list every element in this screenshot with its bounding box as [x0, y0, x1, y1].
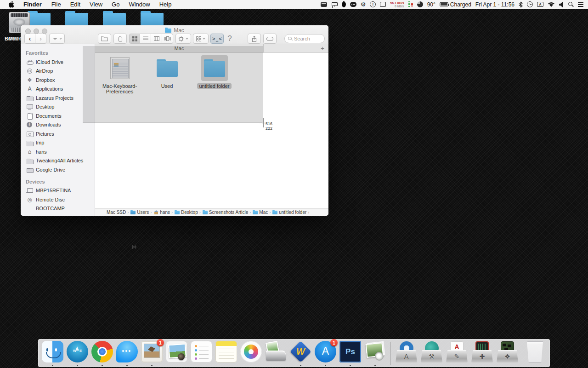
spotlight-icon[interactable] — [568, 1, 574, 7]
view-icons-button[interactable] — [129, 34, 140, 44]
dock-stack[interactable]: ✚ — [471, 339, 493, 367]
sidebar-item[interactable]: MBP15RETINA — [21, 186, 95, 196]
apple-menu[interactable] — [5, 1, 18, 8]
delete-button[interactable] — [113, 34, 127, 44]
path-segment[interactable]: hans › — [153, 210, 173, 215]
window-title: Mac — [21, 27, 328, 34]
dock-app[interactable] — [116, 339, 138, 367]
path-segment[interactable]: untitled folder › — [272, 210, 309, 215]
tags-button[interactable] — [263, 34, 277, 44]
dock-app[interactable]: 1 — [141, 339, 163, 367]
folder-proxy-icon[interactable] — [165, 28, 171, 33]
chat-menu-icon[interactable] — [350, 2, 356, 7]
sidebar-item[interactable]: Lazarus Projects — [21, 93, 95, 103]
action-menu-button[interactable] — [175, 34, 191, 44]
wallet-menu-icon[interactable] — [321, 2, 327, 7]
dock-stack[interactable]: A — [396, 339, 417, 367]
dock-app[interactable] — [166, 339, 187, 367]
dock-app[interactable] — [215, 339, 237, 367]
view-coverflow-button[interactable] — [162, 34, 173, 44]
sidebar-item-icon — [26, 157, 33, 164]
battery-indicator[interactable]: Charged — [440, 1, 471, 8]
bluetooth-icon[interactable] — [519, 1, 523, 8]
clock[interactable]: Fri Apr 1 - 11:56 — [475, 1, 514, 8]
dock-stack[interactable]: ❖ — [497, 339, 518, 367]
dock-app[interactable] — [42, 339, 63, 367]
disk-pie-icon[interactable] — [417, 1, 423, 7]
time-machine-icon[interactable] — [527, 1, 533, 7]
notification-center-icon[interactable] — [578, 2, 583, 7]
wifi-icon[interactable] — [548, 2, 555, 7]
sidebar-item[interactable]: ❖ Dropbox — [21, 75, 95, 85]
display-hub-menu-icon[interactable] — [331, 2, 338, 7]
sidebar-item[interactable]: tmp — [21, 138, 95, 148]
dock-app[interactable]: Ps — [339, 339, 361, 367]
menu-item[interactable]: Edit — [66, 0, 85, 9]
menu-item[interactable]: File — [47, 0, 66, 9]
search-field[interactable]: Search — [284, 34, 325, 43]
sidebar-item[interactable]: ⌂ hans — [21, 147, 95, 156]
dock-app[interactable] — [265, 339, 287, 367]
path-segment[interactable]: Users › — [130, 210, 152, 215]
sidebar-item[interactable]: A Applications — [21, 85, 95, 94]
tab-mac[interactable]: Mac — [95, 44, 264, 52]
sidebar-item[interactable]: Google Drive — [21, 165, 95, 174]
view-list-button[interactable] — [140, 34, 151, 44]
new-folder-button[interactable] — [98, 34, 111, 44]
file-item[interactable]: untitled folder — [191, 54, 238, 89]
view-columns-button[interactable] — [151, 34, 162, 44]
group-menu-button[interactable] — [193, 34, 209, 44]
path-segment[interactable]: Mac SSD › — [100, 210, 129, 215]
temperature-indicator[interactable]: 90° — [427, 1, 435, 8]
sidebar-item[interactable]: Tweaking4All Articles — [21, 156, 95, 166]
menu-item[interactable]: Help — [155, 0, 176, 9]
gears-menu-icon[interactable]: ⚙ — [361, 1, 366, 7]
dock-app[interactable] — [91, 339, 113, 367]
sidebar-item[interactable]: Documents — [21, 111, 95, 121]
sidebar-item[interactable]: AirDrop — [21, 67, 95, 76]
terminal-here-button[interactable]: >‸< — [210, 34, 224, 44]
dock-app[interactable] — [364, 339, 386, 367]
share-button[interactable] — [248, 34, 261, 44]
path-segment[interactable]: Screenshots Article › — [203, 210, 251, 215]
window-header[interactable]: Mac ‹ › — [21, 25, 328, 44]
menu-item[interactable]: View — [85, 0, 107, 9]
trash[interactable] — [524, 339, 546, 367]
item-arrange-button[interactable] — [49, 34, 65, 44]
help-button[interactable]: ? — [226, 34, 234, 44]
menu-item[interactable]: Window — [124, 0, 154, 9]
file-item[interactable]: Used — [143, 54, 191, 89]
box-menu-icon[interactable] — [380, 2, 386, 7]
back-button[interactable]: ‹ — [24, 34, 35, 44]
menu-item[interactable]: Finder — [18, 0, 47, 9]
sidebar-item[interactable]: ◎ Remote Disc — [21, 195, 95, 204]
dock-app-icon — [191, 341, 212, 362]
file-item[interactable]: Mac-Keyboard-Preferences — [96, 54, 143, 94]
cpu-meter-icon[interactable] — [408, 1, 413, 7]
sidebar-item[interactable]: Pictures — [21, 129, 95, 138]
alert-menu-icon[interactable]: ! — [370, 1, 376, 7]
sidebar-item[interactable]: BOOTCAMP — [21, 204, 95, 213]
forward-button[interactable]: › — [35, 34, 46, 44]
drop-menu-icon[interactable] — [342, 2, 346, 7]
network-speed-indicator[interactable]: 56.1 kB/s 0 kB/s — [390, 1, 404, 8]
dock-app[interactable] — [191, 339, 212, 367]
volume-icon[interactable] — [559, 2, 564, 7]
running-indicator — [374, 365, 376, 366]
dock-app[interactable] — [67, 339, 88, 367]
sidebar-item[interactable]: Downloads — [21, 121, 95, 130]
dock-app[interactable] — [240, 339, 262, 367]
dock-app[interactable]: 1 — [315, 339, 336, 367]
new-tab-button[interactable]: + — [317, 44, 328, 52]
menu-item[interactable]: Go — [107, 0, 124, 9]
path-segment[interactable]: Desktop › — [175, 210, 201, 215]
dock-stack[interactable]: ⚒ — [421, 339, 442, 367]
sidebar-item[interactable]: iCloud Drive — [21, 58, 95, 67]
sidebar-item-icon — [26, 59, 33, 65]
path-segment[interactable]: Mac › — [253, 210, 271, 215]
sidebar-item[interactable]: Desktop — [21, 103, 95, 112]
file-area[interactable]: Mac-Keyboard-Preferences Used untitled f… — [95, 53, 328, 208]
dock-stack[interactable]: ✎ — [446, 339, 468, 367]
input-source-icon[interactable]: A — [537, 2, 543, 7]
dock-app[interactable] — [290, 339, 311, 367]
